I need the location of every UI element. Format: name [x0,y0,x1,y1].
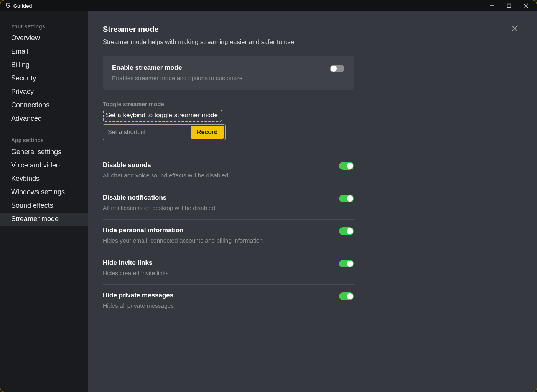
option-description: Hides all private messages [103,302,333,309]
option-title: Disable notifications [103,194,333,202]
enable-streamer-mode-title: Enable streamer mode [112,64,324,72]
sidebar-item-email[interactable]: Email [0,45,88,59]
option-row: Hide invite linksHides created invite li… [103,252,354,284]
enable-streamer-mode-card: Enable streamer mode Enables streamer mo… [103,56,354,90]
app-brand: Guilded [5,2,32,10]
option-toggle[interactable] [339,195,354,202]
option-row: Hide private messagesHides all private m… [103,284,354,317]
page-subtitle: Streamer mode helps with making streamin… [103,38,354,46]
window-controls [484,0,534,11]
option-description: Hides created invite links [103,270,333,277]
option-description: All notifications on desktop will be dis… [103,205,333,212]
guilded-logo-icon [5,2,11,10]
page-title: Streamer mode [103,25,354,34]
window-maximize-button[interactable] [501,0,517,11]
sidebar-item-voice-video[interactable]: Voice and video [0,159,88,172]
sidebar-item-overview[interactable]: Overview [0,32,88,45]
app-name: Guilded [13,3,32,9]
close-settings-button[interactable] [511,24,519,34]
window-titlebar: Guilded [0,0,537,11]
option-description: Hides your email, connected accounts and… [103,237,333,244]
sidebar-item-billing[interactable]: Billing [0,59,88,72]
option-toggle[interactable] [339,227,354,235]
window-minimize-button[interactable] [484,0,500,11]
option-row: Disable soundsAll chat and voice sound e… [103,154,354,187]
sidebar-item-keybinds[interactable]: Keybinds [0,172,88,186]
keybind-section-label: Toggle streamer mode [103,101,354,107]
option-title: Hide private messages [103,292,333,299]
option-description: All chat and voice sound effects will be… [103,172,333,179]
sidebar-section-your-settings: Your settings [0,20,88,32]
window-close-button[interactable] [518,0,534,11]
sidebar-item-advanced[interactable]: Advanced [0,112,88,126]
option-row: Disable notificationsAll notifications o… [103,187,354,219]
option-toggle[interactable] [339,162,354,170]
sidebar-item-streamer-mode[interactable]: Streamer mode [0,213,88,226]
option-title: Hide personal information [103,226,333,234]
option-row: Hide personal informationHides your emai… [103,219,354,252]
sidebar-section-app-settings: App settings [0,134,88,146]
enable-streamer-mode-toggle[interactable] [330,65,344,72]
sidebar-item-privacy[interactable]: Privacy [0,85,88,99]
sidebar-item-connections[interactable]: Connections [0,99,88,112]
settings-sidebar: Your settings Overview Email Billing Sec… [0,11,88,392]
keybind-row: Record [103,124,226,140]
svg-rect-1 [507,4,511,8]
option-toggle[interactable] [339,292,354,300]
sidebar-item-general-settings[interactable]: General settings [0,146,88,159]
keybind-shortcut-input[interactable] [103,125,191,140]
sidebar-item-windows-settings[interactable]: Windows settings [0,186,88,199]
keybind-record-button[interactable]: Record [191,126,224,139]
option-title: Hide invite links [103,259,333,267]
keybind-instruction-highlight: Set a keybind to toggle streamer mode [103,110,222,122]
sidebar-item-sound-effects[interactable]: Sound effects [0,199,88,213]
sidebar-item-security[interactable]: Security [0,72,88,85]
settings-content: Streamer mode Streamer mode helps with m… [88,11,537,392]
option-toggle[interactable] [339,260,354,267]
option-title: Disable sounds [103,161,333,169]
enable-streamer-mode-description: Enables streamer mode and options to cus… [112,75,324,82]
